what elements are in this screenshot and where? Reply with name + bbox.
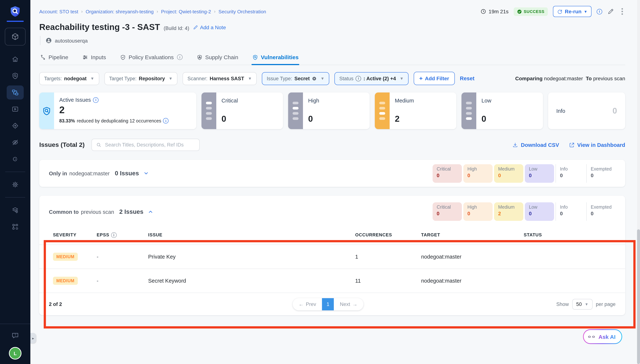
- arrow-right-icon: →: [352, 301, 357, 307]
- pencil-icon[interactable]: [607, 8, 614, 15]
- shield-check-icon: [120, 54, 126, 60]
- group-common-header[interactable]: Common to previous scan 2 Issues Critica…: [39, 196, 625, 224]
- module-selector-button[interactable]: [5, 28, 26, 46]
- group-count: 0 Issues: [115, 170, 139, 177]
- sidebar-item-targets[interactable]: [7, 119, 24, 133]
- pager: ←Prev 1 Next→: [293, 298, 363, 310]
- severity-meter-icon: [288, 92, 303, 129]
- info-icon[interactable]: i: [93, 97, 99, 103]
- scrollbar-thumb[interactable]: [637, 229, 640, 364]
- layers-gear-icon: [12, 206, 19, 214]
- sidebar-item-scans[interactable]: [7, 69, 24, 83]
- severity-badge: MEDIUM: [53, 253, 78, 261]
- person-icon: [46, 37, 52, 44]
- breadcrumb-account[interactable]: Account: STO test: [39, 9, 78, 14]
- target-value: nodegoat:master: [421, 254, 524, 260]
- breadcrumb-module[interactable]: Security Orchestration: [219, 9, 266, 14]
- breadcrumb-separator: ›: [157, 9, 158, 14]
- status-badge: SUCCESS: [514, 7, 548, 16]
- group-only-in-header[interactable]: Only in nodegoat:master 0 Issues Critica…: [39, 164, 625, 182]
- page-size-select[interactable]: 50▼: [572, 299, 593, 310]
- pipelines-icon: [12, 89, 19, 96]
- sidebar-item-pipelines[interactable]: [7, 86, 24, 100]
- rerun-button[interactable]: Re-run ▼: [553, 6, 591, 17]
- pencil-icon: [193, 25, 198, 30]
- tab-pipeline[interactable]: Pipeline: [39, 50, 69, 65]
- next-page-button[interactable]: Next→: [334, 298, 363, 310]
- sidebar-expand-handle[interactable]: ▸: [30, 333, 36, 343]
- close-circle-icon[interactable]: [312, 76, 317, 81]
- refresh-icon: [557, 9, 563, 14]
- harness-sto-logo-icon[interactable]: [9, 5, 22, 18]
- search-input[interactable]: [104, 142, 195, 148]
- filter-targets[interactable]: Targets:nodegoat▼: [39, 72, 99, 85]
- add-filter-button[interactable]: + Add Filter: [414, 72, 455, 85]
- prev-page-button[interactable]: ←Prev: [293, 298, 322, 310]
- tab-inputs[interactable]: Inputs: [82, 50, 107, 65]
- sidebar-item-home[interactable]: [7, 52, 24, 66]
- info-icon[interactable]: i: [163, 118, 169, 124]
- title-row: Reachability testing -3 - SAST (Build Id…: [39, 22, 625, 32]
- group-severity-chips: Critical0 High0 Medium0 Low0 Info0 Exemp…: [431, 164, 615, 182]
- sidebar-item-help[interactable]: ?: [7, 328, 24, 342]
- chevron-up-icon[interactable]: [148, 209, 153, 214]
- plus-icon: +: [419, 76, 423, 82]
- filter-issue-type[interactable]: Issue Type:Secret ▼: [262, 72, 329, 85]
- issues-search[interactable]: [91, 139, 199, 151]
- high-card[interactable]: High 0: [288, 92, 370, 129]
- critical-card[interactable]: Critical 0: [201, 92, 283, 129]
- critical-count: 0: [222, 114, 238, 124]
- sidebar-item-executions[interactable]: [7, 102, 24, 116]
- chevron-down-icon: ▼: [584, 10, 587, 14]
- occurrences-value: 11: [355, 278, 421, 284]
- info-icon[interactable]: i: [177, 54, 183, 60]
- filter-scanner[interactable]: Scanner:Harness SAST▼: [183, 72, 257, 85]
- reset-filters-link[interactable]: Reset: [460, 76, 475, 82]
- page-number-1[interactable]: 1: [322, 298, 334, 310]
- page-scrollbar[interactable]: [637, 0, 640, 364]
- breadcrumb-project[interactable]: Project: Qwiet-testing-2: [161, 9, 211, 14]
- pagination-summary: 2 of 2: [49, 301, 62, 307]
- severity-meter-icon: [201, 92, 216, 129]
- active-issues-card[interactable]: Active Issuesi 2 83.33%reduced by dedupl…: [39, 92, 196, 129]
- issues-actions: Download CSV View in Dashboard: [512, 142, 625, 148]
- occurrences-value: 1: [355, 254, 421, 260]
- sidebar-item-org-structure[interactable]: [7, 220, 24, 234]
- sidebar-item-default-settings[interactable]: [7, 203, 24, 217]
- add-note-link[interactable]: Add a Note: [193, 24, 226, 30]
- sidebar-item-exemptions[interactable]: [7, 136, 24, 150]
- chip-exempted: Exempted0: [586, 164, 615, 182]
- pipeline-icon: [40, 54, 46, 60]
- info-icon[interactable]: i: [111, 232, 117, 238]
- crosshair-target-icon: [12, 122, 19, 130]
- tab-vulnerabilities[interactable]: Vulnerabilities: [252, 50, 299, 65]
- chevron-down-icon[interactable]: [143, 170, 149, 176]
- comparing-label: Comparing nodegoat:master To previous sc…: [515, 76, 625, 82]
- tab-supply-chain[interactable]: Supply Chain: [196, 50, 239, 65]
- chip-exempted: Exempted0: [586, 202, 615, 221]
- info-card[interactable]: Info 0: [548, 92, 625, 129]
- medium-card[interactable]: Medium 2: [375, 92, 456, 129]
- filter-target-type[interactable]: Target Type:Repository▼: [104, 72, 177, 85]
- view-in-dashboard-link[interactable]: View in Dashboard: [569, 142, 625, 148]
- ask-ai-button[interactable]: Ask AI: [583, 329, 622, 344]
- more-menu-kebab-icon[interactable]: [619, 8, 625, 16]
- table-row[interactable]: MEDIUM - Secret Keyword 11 nodegoat:mast…: [39, 269, 625, 293]
- chevron-down-icon: ▼: [400, 76, 404, 81]
- table-row[interactable]: MEDIUM - Private Key 1 nodegoat:master: [39, 245, 625, 269]
- col-occurrences: OCCURRENCES: [355, 232, 421, 238]
- pagination-row: 2 of 2 ←Prev 1 Next→ Show 50▼ per page: [39, 293, 625, 315]
- breadcrumb-organization[interactable]: Organization: shreyansh-testing: [86, 9, 154, 14]
- tab-policy-evaluations[interactable]: Policy Evaluations i: [119, 50, 183, 65]
- hierarchy-gear-icon: [12, 223, 19, 230]
- low-card[interactable]: Low 0: [462, 92, 543, 129]
- sidebar-item-tokens[interactable]: [7, 152, 24, 166]
- chip-info: Info0: [556, 164, 585, 182]
- ai-bird-icon: [587, 332, 596, 341]
- user-avatar[interactable]: L: [9, 347, 22, 360]
- info-icon[interactable]: i: [597, 9, 602, 14]
- info-icon: i: [356, 76, 361, 81]
- filter-status[interactable]: Status i : Active (2) +4 ▼: [334, 72, 408, 85]
- sidebar-item-settings[interactable]: [7, 178, 24, 192]
- download-csv-link[interactable]: Download CSV: [512, 142, 559, 148]
